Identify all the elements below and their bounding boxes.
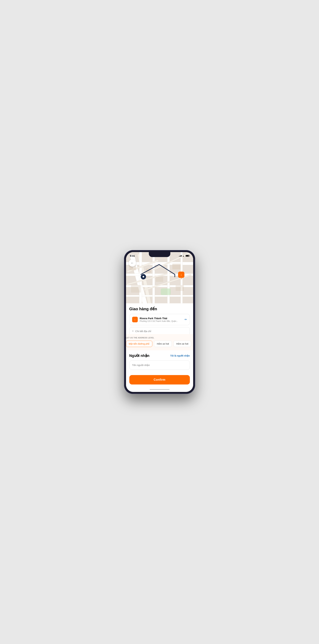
recipient-section: Người nhận Tôi là người nhận <box>129 350 190 370</box>
home-bar <box>150 389 169 390</box>
home-indicator <box>126 388 193 392</box>
back-button[interactable]: ← <box>129 259 136 267</box>
edit-address-icon[interactable]: ✏ <box>185 318 187 321</box>
confirm-button-wrap: Confirm <box>126 373 193 388</box>
recipient-name-input-wrap <box>129 360 190 370</box>
address-location-icon-wrap: ↓ <box>132 317 138 322</box>
address-level-options: Mặt tiền đường phố Hẻm xe hơi Hẻm xe hơi <box>126 341 193 348</box>
confirm-button[interactable]: Confirm <box>129 375 190 384</box>
recipient-header: Người nhận Tôi là người nhận <box>129 354 190 358</box>
address-level-label: LET US THE ADDRESS LEVEL <box>126 337 193 339</box>
origin-marker <box>141 274 146 279</box>
address-down-icon: ↓ <box>134 318 136 321</box>
recipient-area: Người nhận Tôi là người nhận <box>126 350 193 373</box>
map-area: ← ↓ <box>126 252 193 303</box>
delivery-section-title: Giao hàng đến <box>129 307 190 311</box>
address-sub: Phường 115 C16,Thanh Xuân Bắc, Quận... <box>140 320 183 322</box>
address-card: ↓ Rivera Park Thành Thái Phường 115 C16,… <box>129 314 190 325</box>
level-option-street[interactable]: Mặt tiền đường phố <box>126 341 152 347</box>
level-option-alley2[interactable]: Hẻm xe hơi <box>173 341 191 347</box>
notch <box>149 252 170 257</box>
destination-arrow-icon: ↓ <box>180 273 182 276</box>
detail-input-icon: ≡ <box>132 330 134 332</box>
status-time: 9:41 <box>130 254 135 257</box>
recipient-title: Người nhận <box>129 354 150 358</box>
phone-frame: 9:41 ▲ <box>124 250 195 394</box>
self-recipient-link[interactable]: Tôi là người nhận <box>170 354 190 357</box>
detail-input-wrap: ≡ <box>129 327 190 334</box>
status-icons: ▲ <box>179 255 189 257</box>
address-name: Rivera Park Thành Thái <box>140 317 183 320</box>
address-text-wrap: Rivera Park Thành Thái Phường 115 C16,Th… <box>140 317 183 322</box>
signal-icon <box>179 255 182 256</box>
back-arrow-icon: ← <box>131 261 134 265</box>
detail-address-input[interactable] <box>135 330 187 332</box>
level-option-alley1[interactable]: Hẻm xe hơi <box>154 341 172 347</box>
battery-icon <box>186 255 189 257</box>
recipient-name-input[interactable] <box>132 364 187 366</box>
wifi-icon: ▲ <box>183 255 184 257</box>
content-area: Giao hàng đến ↓ Rivera Park Thành Thái P… <box>126 303 193 334</box>
destination-marker: ↓ <box>178 272 184 278</box>
address-level-section: LET US THE ADDRESS LEVEL Mặt tiền đường … <box>126 334 193 350</box>
phone-screen: 9:41 ▲ <box>126 252 193 392</box>
